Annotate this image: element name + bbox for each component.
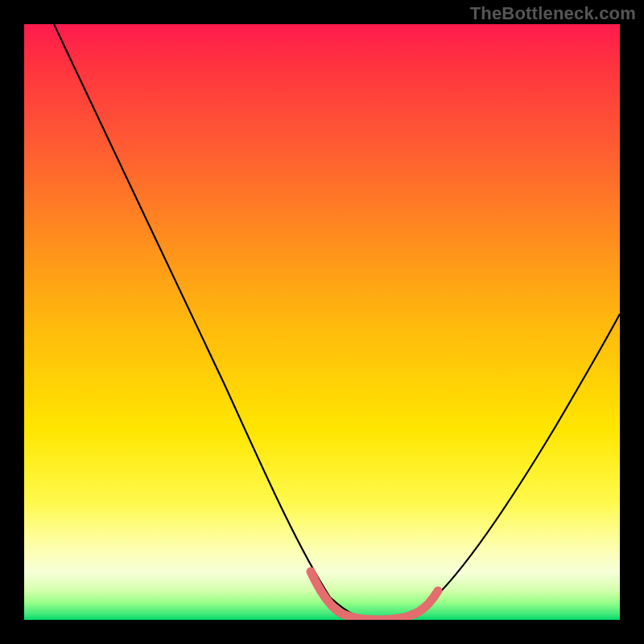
bottleneck-curve-line: [54, 24, 620, 620]
bottleneck-curve-svg: [24, 24, 620, 620]
plot-area: [24, 24, 620, 620]
chart-frame: TheBottleneck.com: [0, 0, 644, 644]
watermark-text: TheBottleneck.com: [470, 3, 636, 24]
